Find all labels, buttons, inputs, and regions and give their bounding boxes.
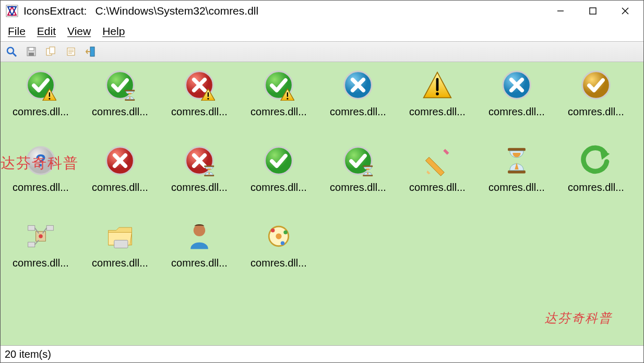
menu-file[interactable]: File: [8, 25, 26, 38]
folder-icon: [103, 220, 137, 253]
toolbar: [1, 41, 643, 62]
window-buttons: [544, 1, 641, 21]
svg-point-41: [276, 233, 281, 239]
minimize-button[interactable]: [544, 1, 577, 21]
icon-item[interactable]: comres.dll...: [398, 65, 476, 141]
icon-item[interactable]: comres.dll...: [557, 141, 635, 216]
cross-red-hourglass-icon: [183, 144, 216, 177]
warning-triangle-icon: [421, 68, 454, 102]
toolbar-search-button[interactable]: [5, 45, 18, 58]
icon-label: comres.dll...: [13, 182, 69, 193]
check-green-warn-icon: [262, 68, 295, 102]
check-green-icon: [262, 144, 295, 177]
icon-item[interactable]: comres.dll...: [398, 141, 476, 216]
icon-item[interactable]: comres.dll...: [478, 65, 556, 141]
svg-line-8: [13, 53, 16, 56]
icon-item[interactable]: comres.dll...: [240, 141, 318, 216]
icon-label: comres.dll...: [13, 106, 69, 118]
toolbar-save-button[interactable]: [25, 45, 38, 58]
cross-blue-icon: [341, 68, 375, 102]
icon-label: comres.dll...: [251, 182, 307, 193]
menu-edit[interactable]: Edit: [37, 25, 56, 38]
icon-label: comres.dll...: [488, 106, 545, 118]
component-icon: [24, 220, 57, 253]
svg-marker-26: [443, 149, 449, 155]
atom-icon: [262, 220, 295, 253]
check-green-hourglass-icon: [341, 144, 375, 177]
svg-point-39: [194, 225, 206, 237]
icon-item[interactable]: comres.dll...: [81, 216, 159, 292]
close-button[interactable]: [609, 1, 641, 21]
cross-red-warn-icon: [183, 68, 216, 102]
svg-rect-38: [114, 240, 128, 248]
icon-label: comres.dll...: [92, 106, 148, 118]
svg-point-42: [271, 228, 275, 233]
icon-item[interactable]: comres.dll...: [2, 216, 80, 292]
icon-item[interactable]: comres.dll...: [240, 216, 318, 292]
icon-item[interactable]: comres.dll...: [478, 141, 556, 216]
icon-label: comres.dll...: [171, 257, 228, 269]
icon-label: comres.dll...: [171, 182, 228, 193]
icon-item[interactable]: comres.dll...: [160, 216, 238, 292]
file-path: C:\Windows\System32\comres.dll: [95, 5, 544, 17]
icon-item[interactable]: comres.dll...: [2, 65, 80, 141]
icon-label: comres.dll...: [92, 257, 148, 269]
icon-label: comres.dll...: [568, 106, 624, 118]
icon-label: comres.dll...: [251, 257, 307, 269]
hourglass-icon: [500, 144, 533, 177]
svg-rect-11: [29, 53, 34, 56]
icon-label: comres.dll...: [330, 182, 386, 193]
icon-list-area[interactable]: comres.dll...comres.dll...comres.dll...c…: [1, 62, 643, 346]
watermark-bottom: 达芬奇科普: [544, 310, 612, 326]
icon-label: comres.dll...: [330, 106, 386, 118]
icon-item[interactable]: comres.dll...: [319, 65, 397, 141]
user-icon: [183, 220, 216, 253]
svg-point-44: [281, 241, 285, 245]
icon-label: comres.dll...: [92, 182, 148, 193]
check-green-warn-icon: [24, 68, 57, 102]
svg-marker-24: [426, 171, 431, 175]
svg-rect-33: [28, 242, 35, 247]
app-title: IconsExtract:: [23, 5, 87, 17]
icon-item[interactable]: ?comres.dll...: [2, 141, 80, 216]
svg-rect-32: [46, 225, 53, 230]
icon-label: comres.dll...: [13, 257, 69, 269]
icon-label: comres.dll...: [409, 106, 466, 118]
svg-point-37: [39, 234, 43, 238]
svg-point-21: [436, 92, 439, 95]
icon-item[interactable]: comres.dll...: [319, 141, 397, 216]
icon-item[interactable]: comres.dll...: [81, 65, 159, 141]
menu-help[interactable]: Help: [102, 25, 125, 38]
svg-text:?: ?: [35, 150, 46, 170]
app-icon: [6, 5, 18, 17]
title-bar[interactable]: IconsExtract: C:\Windows\System32\comres…: [1, 1, 643, 21]
menu-view[interactable]: View: [67, 25, 91, 38]
svg-rect-27: [508, 148, 526, 151]
toolbar-copy-button[interactable]: [44, 45, 58, 58]
question-blue-icon: ?: [24, 144, 57, 177]
cross-blue-icon: [500, 68, 533, 102]
toolbar-exit-button[interactable]: [84, 45, 98, 58]
icon-item[interactable]: comres.dll...: [557, 65, 635, 141]
svg-rect-4: [590, 8, 596, 14]
status-item-count: 20 item(s): [5, 348, 51, 360]
svg-point-43: [283, 231, 288, 235]
svg-rect-28: [508, 171, 526, 174]
menu-bar: File Edit View Help: [1, 21, 643, 41]
toolbar-properties-button[interactable]: [64, 45, 78, 58]
check-green-hourglass-icon: [103, 68, 137, 102]
maximize-button[interactable]: [577, 1, 609, 21]
svg-rect-13: [50, 47, 55, 54]
icon-item[interactable]: comres.dll...: [81, 141, 159, 216]
icon-label: comres.dll...: [568, 182, 624, 193]
svg-rect-10: [29, 47, 34, 51]
app-window: IconsExtract: C:\Windows\System32\comres…: [0, 0, 644, 363]
pencil-icon: [421, 144, 454, 177]
icon-item[interactable]: comres.dll...: [240, 65, 318, 141]
status-bar: 20 item(s): [1, 346, 643, 362]
icon-item[interactable]: comres.dll...: [160, 141, 238, 216]
refresh-arrow-icon: [579, 144, 613, 177]
svg-rect-31: [28, 225, 35, 230]
icon-item[interactable]: comres.dll...: [160, 65, 238, 141]
icon-label: comres.dll...: [171, 106, 228, 118]
